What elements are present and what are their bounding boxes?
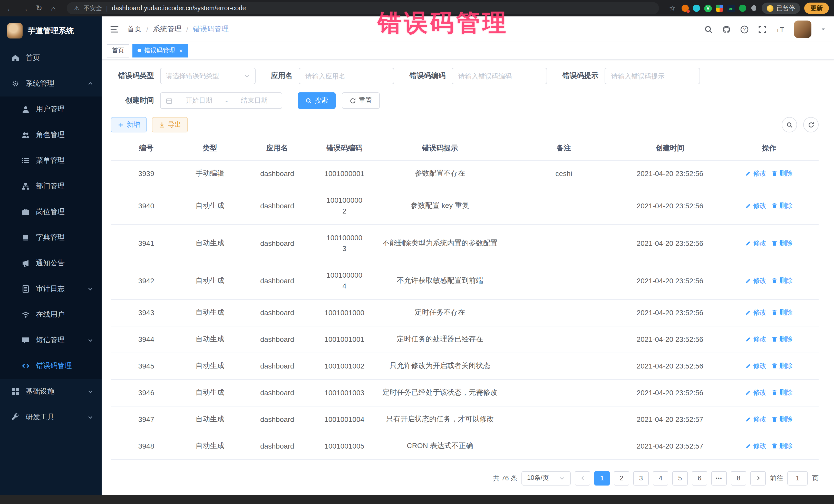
add-button[interactable]: 新增 — [111, 117, 147, 132]
toggle-search-button[interactable] — [782, 117, 797, 132]
sidebar-item[interactable]: 错误码管理 — [0, 353, 102, 379]
view-tab[interactable]: 错误码管理× — [132, 44, 188, 57]
error-code-label: 错误码编码 — [410, 71, 445, 81]
search-icon[interactable] — [704, 25, 713, 34]
table-row: 3939手动编辑dashboard1001000001参数配置不存在ceshi2… — [111, 160, 819, 187]
page-button[interactable]: 6 — [692, 471, 707, 485]
delete-link[interactable]: 删除 — [772, 201, 793, 210]
cell-msg: 参数配置 key 重复 — [373, 187, 507, 224]
more-pages-button[interactable]: ••• — [711, 471, 727, 485]
edit-link[interactable]: 修改 — [745, 441, 767, 451]
delete-link[interactable]: 删除 — [772, 335, 793, 344]
sidebar-item[interactable]: 研发工具 — [0, 404, 102, 430]
cell-app: dashboard — [238, 299, 316, 326]
sidebar-item[interactable]: 首页 — [0, 45, 102, 71]
view-tab[interactable]: 首页 — [107, 44, 129, 57]
sidebar-item[interactable]: 岗位管理 — [0, 199, 102, 225]
caret-down-icon[interactable] — [821, 27, 826, 32]
delete-link[interactable]: 删除 — [772, 415, 793, 424]
update-button[interactable]: 更新 — [804, 3, 829, 14]
edit-link[interactable]: 修改 — [745, 335, 767, 344]
page-button[interactable]: 3 — [633, 471, 649, 485]
delete-link[interactable]: 删除 — [772, 169, 793, 178]
grid-icon — [11, 388, 20, 396]
cell-time: 2021-04-20 23:52:56 — [620, 326, 720, 353]
address-bar[interactable]: ⚠ 不安全 | dashboard.yudao.iocoder.cn/syste… — [67, 2, 659, 14]
extension-on-icon[interactable]: on — [727, 4, 735, 12]
delete-link[interactable]: 删除 — [772, 238, 793, 248]
goto-page-input[interactable] — [787, 471, 808, 485]
font-size-icon[interactable]: TT — [776, 25, 785, 34]
page-size-select[interactable]: 10条/页 — [522, 471, 571, 485]
delete-link[interactable]: 删除 — [772, 361, 793, 371]
edit-link[interactable]: 修改 — [745, 201, 767, 210]
sidebar-collapse-icon[interactable] — [110, 25, 119, 34]
cell-id: 3942 — [111, 262, 182, 299]
sidebar-item[interactable]: 在线用户 — [0, 302, 102, 327]
sidebar-item[interactable]: 系统管理 — [0, 71, 102, 96]
goto-label: 前往 — [770, 474, 783, 483]
edit-link[interactable]: 修改 — [745, 276, 767, 285]
page-button[interactable]: 8 — [731, 471, 746, 485]
edit-link[interactable]: 修改 — [745, 361, 767, 371]
paused-badge[interactable]: 已暂停 — [762, 3, 800, 14]
sidebar-item[interactable]: 菜单管理 — [0, 148, 102, 174]
edit-link[interactable]: 修改 — [745, 169, 767, 178]
page-button[interactable]: 1 — [594, 471, 610, 485]
fullscreen-icon[interactable] — [758, 25, 767, 34]
delete-link[interactable]: 删除 — [772, 276, 793, 285]
github-icon[interactable] — [722, 25, 731, 34]
sidebar-item[interactable]: 短信管理 — [0, 327, 102, 353]
sidebar-item[interactable]: 通知公告 — [0, 250, 102, 276]
delete-link[interactable]: 删除 — [772, 308, 793, 317]
breadcrumb-item[interactable]: 系统管理 — [153, 25, 182, 34]
page-button[interactable]: 4 — [653, 471, 668, 485]
edit-link[interactable]: 修改 — [745, 238, 767, 248]
sidebar-item[interactable]: 用户管理 — [0, 96, 102, 122]
browser-home-icon[interactable]: ⌂ — [48, 4, 59, 13]
extension-v-icon[interactable]: V — [704, 4, 712, 12]
avatar[interactable] — [794, 21, 811, 38]
reset-button[interactable]: 重置 — [342, 92, 380, 109]
extension-teal-icon[interactable] — [693, 5, 700, 12]
extension-adblock-icon[interactable] — [682, 5, 689, 12]
back-icon[interactable]: ← — [5, 4, 15, 13]
screen: ← → ↻ ⌂ ⚠ 不安全 | dashboard.yudao.iocoder.… — [0, 0, 834, 504]
help-icon[interactable]: ? — [740, 25, 749, 34]
breadcrumb-item[interactable]: 首页 — [127, 25, 142, 34]
edit-link[interactable]: 修改 — [745, 308, 767, 317]
sidebar-item[interactable]: 审计日志 — [0, 276, 102, 302]
extensions-puzzle-icon[interactable] — [750, 5, 758, 12]
export-button[interactable]: 导出 — [152, 117, 188, 132]
filter-row-1: 错误码类型 请选择错误码类型 应用名 错误码编码 — [111, 68, 819, 84]
forward-icon[interactable]: → — [20, 4, 30, 13]
sidebar-item-label: 审计日志 — [36, 284, 87, 293]
app-name-input[interactable] — [299, 68, 394, 84]
security-label: 不安全 — [84, 4, 102, 13]
sidebar-item[interactable]: 角色管理 — [0, 122, 102, 148]
reload-icon[interactable]: ↻ — [34, 4, 44, 13]
search-button[interactable]: 搜索 — [298, 92, 336, 109]
page-button[interactable]: 5 — [672, 471, 688, 485]
page-button[interactable]: 2 — [614, 471, 629, 485]
delete-link[interactable]: 删除 — [772, 388, 793, 397]
extension-leaf-icon[interactable] — [739, 5, 746, 12]
sidebar-item[interactable]: 基础设施 — [0, 379, 102, 404]
next-page-button[interactable] — [750, 471, 766, 485]
filter-row-2: 创建时间 开始日期 - 结束日期 搜索 重置 — [111, 92, 819, 109]
delete-link[interactable]: 删除 — [772, 441, 793, 451]
error-code-input[interactable] — [452, 68, 547, 84]
prev-page-button[interactable] — [575, 471, 590, 485]
extension-grid-icon[interactable] — [716, 5, 723, 12]
date-range-picker[interactable]: 开始日期 - 结束日期 — [160, 92, 282, 109]
sidebar-item[interactable]: 字典管理 — [0, 225, 102, 250]
tab-close-icon[interactable]: × — [179, 47, 183, 54]
edit-link[interactable]: 修改 — [745, 388, 767, 397]
refresh-table-button[interactable] — [803, 117, 819, 132]
bookmark-star-icon[interactable]: ☆ — [667, 4, 678, 12]
error-msg-input[interactable] — [605, 68, 700, 84]
edit-link[interactable]: 修改 — [745, 415, 767, 424]
logo-row[interactable]: 芋道管理系统 — [0, 17, 102, 45]
sidebar-item[interactable]: 部门管理 — [0, 174, 102, 199]
error-type-select[interactable]: 请选择错误码类型 — [160, 68, 256, 84]
